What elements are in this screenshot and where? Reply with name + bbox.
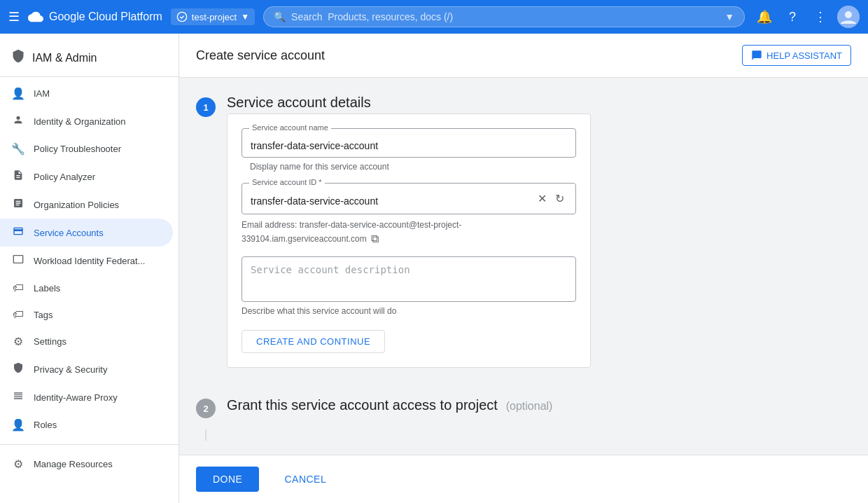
search-bar[interactable]: 🔍 ▼	[263, 6, 745, 27]
id-input-container: Service account ID * ✕ ↻	[241, 183, 576, 214]
sidebar-title: IAM & Admin	[32, 52, 97, 64]
clear-id-button[interactable]: ✕	[535, 189, 550, 208]
sidebar-item-tags[interactable]: 🏷 Tags	[0, 301, 173, 328]
menu-icon[interactable]: ☰	[8, 9, 20, 25]
copy-email-button[interactable]: ⧉	[371, 233, 379, 245]
sidebar-label-policy-troubleshooter: Policy Troubleshooter	[34, 144, 121, 154]
sidebar-divider	[0, 444, 178, 445]
sidebar-item-roles[interactable]: 👤 Roles	[0, 411, 173, 439]
email-prefix-label: Email address: transfer-data-service-acc…	[241, 220, 461, 230]
sidebar-label-identity-aware-proxy: Identity-Aware Proxy	[34, 392, 118, 403]
sidebar-item-privacy-security[interactable]: Privacy & Security	[0, 355, 173, 383]
app-logo: Google Cloud Platform	[28, 9, 162, 25]
steps-content: 1 Service account details Service accoun…	[179, 78, 809, 503]
create-and-continue-button[interactable]: CREATE AND CONTINUE	[241, 330, 385, 353]
sidebar-label-manage-resources: Manage Resources	[34, 459, 113, 469]
tags-icon: 🏷	[11, 308, 25, 321]
id-field-row: ✕ ↻	[251, 189, 567, 208]
page-title: Create service account	[196, 48, 325, 63]
privacy-security-icon	[11, 362, 25, 376]
help-icon[interactable]: ?	[781, 6, 804, 28]
iam-icon: 👤	[11, 87, 25, 100]
svg-point-0	[177, 12, 186, 21]
name-field-label: Service account name	[249, 123, 331, 132]
service-account-id-input[interactable]	[251, 191, 532, 207]
app-title: Google Cloud Platform	[49, 11, 162, 23]
step-2-subtitle: (optional)	[506, 400, 553, 412]
description-field-group: Describe what this service account will …	[241, 256, 576, 316]
step-2-content: Grant this service account access to pro…	[227, 396, 792, 418]
sidebar: IAM & Admin 👤 IAM Identity & Organizatio…	[0, 34, 179, 503]
step-1-btn-row: CREATE AND CONTINUE	[241, 330, 576, 353]
sidebar-header: IAM & Admin	[0, 39, 178, 77]
cancel-button[interactable]: CANCEL	[267, 467, 343, 492]
sidebar-item-workload-identity[interactable]: Workload Identity Federat...	[0, 247, 173, 275]
page-header: Create service account HELP ASSISTANT	[179, 34, 868, 78]
sidebar-label-identity-org: Identity & Organization	[34, 116, 126, 127]
description-input-container	[241, 256, 576, 302]
help-assistant-label: HELP ASSISTANT	[766, 50, 842, 61]
labels-icon: 🏷	[11, 282, 25, 294]
connector-line	[205, 429, 206, 441]
search-input[interactable]	[291, 11, 719, 22]
topbar-actions: 🔔 ? ⋮	[753, 6, 860, 28]
settings-icon: ⚙	[11, 335, 25, 348]
step-2-title: Grant this service account access to pro…	[227, 397, 498, 413]
identity-org-icon	[11, 114, 25, 128]
topbar: ☰ Google Cloud Platform test-project ▼ 🔍…	[0, 0, 868, 34]
search-icon: 🔍	[274, 11, 286, 22]
sidebar-label-org-policies: Organization Policies	[34, 200, 119, 210]
service-accounts-icon	[11, 226, 25, 240]
help-assistant-button[interactable]: HELP ASSISTANT	[742, 45, 851, 66]
sidebar-item-org-policies[interactable]: Organization Policies	[0, 191, 173, 219]
name-input-container: Service account name	[241, 128, 576, 158]
step-1-content: Service account details Service account …	[227, 95, 792, 379]
sidebar-item-settings[interactable]: ⚙ Settings	[0, 328, 173, 355]
sidebar-item-identity-aware-proxy[interactable]: Identity-Aware Proxy	[0, 383, 173, 411]
manage-resources-icon: ⚙	[11, 457, 25, 471]
notifications-icon[interactable]: 🔔	[753, 6, 776, 28]
sidebar-item-policy-troubleshooter[interactable]: 🔧 Policy Troubleshooter	[0, 135, 173, 163]
sidebar-label-tags: Tags	[34, 310, 52, 320]
sidebar-item-manage-resources[interactable]: ⚙ Manage Resources	[0, 450, 173, 478]
identity-aware-proxy-icon	[11, 390, 25, 404]
description-input[interactable]	[251, 264, 567, 292]
workload-identity-icon	[11, 254, 25, 268]
sidebar-item-policy-analyzer[interactable]: Policy Analyzer	[0, 163, 173, 191]
iam-admin-icon	[11, 49, 25, 67]
project-selector[interactable]: test-project ▼	[171, 8, 255, 25]
step-connector	[205, 429, 792, 441]
sidebar-label-privacy-security: Privacy & Security	[34, 364, 107, 375]
avatar[interactable]	[837, 6, 860, 28]
sidebar-item-service-accounts[interactable]: Service Accounts	[0, 219, 173, 247]
done-button[interactable]: DONE	[196, 467, 259, 492]
svg-point-2	[845, 11, 852, 18]
step-2-section: 2 Grant this service account access to p…	[196, 396, 792, 418]
step-1-title: Service account details	[227, 95, 792, 111]
sidebar-item-iam[interactable]: 👤 IAM	[0, 80, 173, 107]
step-1-form-card: Service account name Display name for th…	[227, 113, 591, 368]
id-field-label: Service account ID *	[249, 178, 325, 186]
name-field-hint: Display name for this service account	[241, 162, 576, 172]
step-1-left: 1	[196, 95, 216, 379]
sidebar-label-settings: Settings	[34, 336, 66, 347]
description-hint: Describe what this service account will …	[241, 306, 576, 316]
help-assistant-icon	[751, 50, 762, 61]
expand-search-icon[interactable]: ▼	[724, 11, 734, 22]
step-2-left: 2	[196, 396, 216, 418]
bottom-actions: DONE CANCEL	[179, 455, 868, 503]
step-1-section: 1 Service account details Service accoun…	[196, 95, 792, 379]
sidebar-item-identity-org[interactable]: Identity & Organization	[0, 107, 173, 135]
step-1-badge: 1	[196, 97, 216, 117]
more-options-icon[interactable]: ⋮	[809, 6, 832, 28]
refresh-id-button[interactable]: ↻	[552, 189, 567, 208]
chevron-down-icon: ▼	[241, 12, 249, 22]
sidebar-item-labels[interactable]: 🏷 Labels	[0, 275, 173, 301]
service-account-id-field: Service account ID * ✕ ↻ Email address: …	[241, 183, 576, 245]
sidebar-label-service-accounts: Service Accounts	[34, 228, 104, 238]
policy-troubleshooter-icon: 🔧	[11, 142, 25, 156]
sidebar-label-iam: IAM	[34, 88, 50, 99]
email-full-value: 339104.iam.gserviceaccount.com ⧉	[241, 233, 576, 245]
service-account-name-input[interactable]	[251, 135, 567, 151]
sidebar-label-workload-identity: Workload Identity Federat...	[34, 256, 145, 266]
